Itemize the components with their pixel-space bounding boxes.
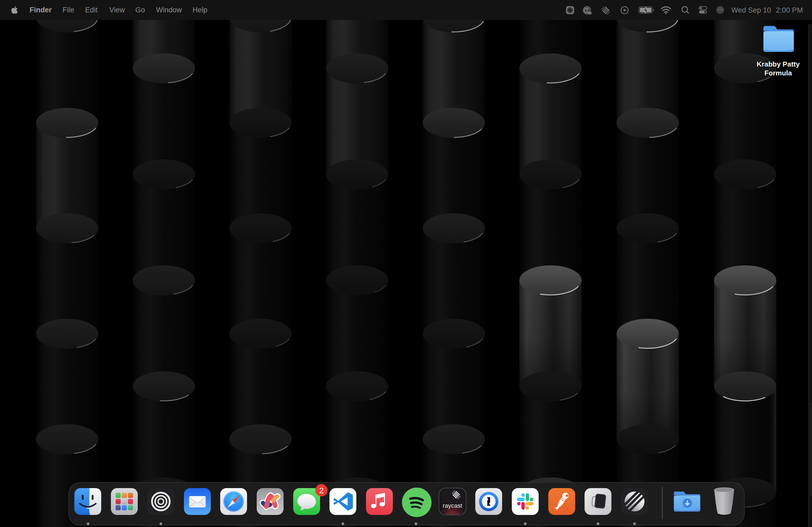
svg-text:raycast: raycast [443,502,462,509]
